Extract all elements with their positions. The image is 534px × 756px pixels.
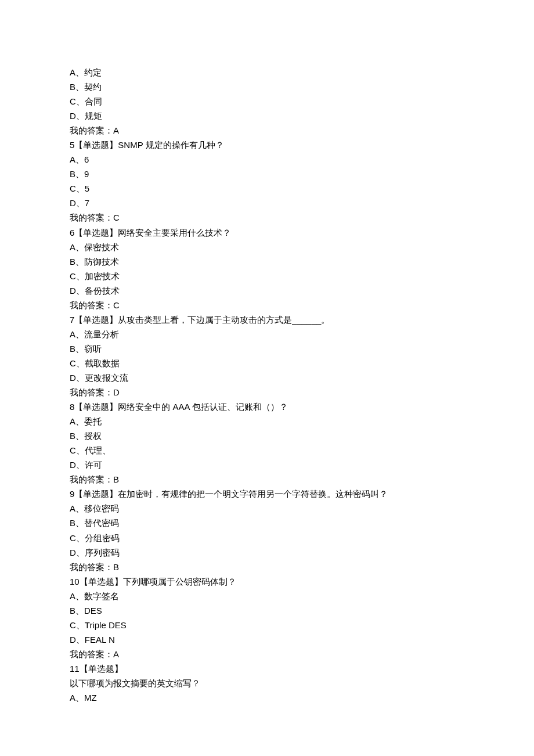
text-line: 6【单选题】网络安全主要采用什么技术？ [70, 225, 464, 240]
text-line: A、保密技术 [70, 240, 464, 254]
text-line: A、数字签名 [70, 589, 464, 603]
text-line: C、分组密码 [70, 531, 464, 545]
text-line: 我的答案：C [70, 298, 464, 312]
text-line: 11【单选题】 [70, 661, 464, 676]
text-line: 5【单选题】SNMP 规定的操作有几种？ [70, 138, 464, 152]
text-line: D、许可 [70, 458, 464, 472]
text-line: D、规矩 [70, 109, 464, 123]
text-line: A、移位密码 [70, 501, 464, 516]
text-line: 以下哪项为报文摘要的英文缩写？ [70, 676, 464, 690]
text-line: B、授权 [70, 429, 464, 443]
text-line: D、备份技术 [70, 283, 464, 298]
text-line: 我的答案：A [70, 123, 464, 138]
text-line: 8【单选题】网络安全中的 AAA 包括认证、记账和（）？ [70, 399, 464, 414]
text-line: D、7 [70, 196, 464, 210]
text-line: D、序列密码 [70, 545, 464, 560]
text-line: A、流量分析 [70, 327, 464, 341]
text-line: D、更改报文流 [70, 370, 464, 385]
text-line: A、委托 [70, 414, 464, 429]
text-line: 我的答案：C [70, 210, 464, 225]
text-line: A、6 [70, 152, 464, 167]
text-line: C、5 [70, 181, 464, 196]
text-line: B、窃听 [70, 341, 464, 356]
text-line: B、防御技术 [70, 254, 464, 269]
text-line: A、约定 [70, 65, 464, 80]
text-line: C、Triple DES [70, 618, 464, 632]
text-line: 我的答案：A [70, 647, 464, 661]
text-line: B、DES [70, 603, 464, 618]
text-line: B、替代密码 [70, 516, 464, 530]
text-line: 9【单选题】在加密时，有规律的把一个明文字符用另一个字符替换。这种密码叫？ [70, 487, 464, 501]
text-line: C、加密技术 [70, 269, 464, 283]
text-line: 10【单选题】下列哪项属于公钥密码体制？ [70, 574, 464, 589]
text-line: D、FEAL N [70, 632, 464, 647]
document-page: A、约定B、契约C、合同D、规矩我的答案：A5【单选题】SNMP 规定的操作有几… [0, 0, 534, 756]
text-line: C、合同 [70, 94, 464, 109]
text-line: C、截取数据 [70, 356, 464, 370]
text-line: B、契约 [70, 80, 464, 94]
text-line: C、代理、 [70, 443, 464, 458]
content-container: A、约定B、契约C、合同D、规矩我的答案：A5【单选题】SNMP 规定的操作有几… [70, 65, 464, 705]
text-line: A、MZ [70, 690, 464, 705]
text-line: B、9 [70, 167, 464, 181]
text-line: 我的答案：D [70, 385, 464, 399]
text-line: 7【单选题】从攻击类型上看，下边属于主动攻击的方式是______。 [70, 312, 464, 327]
text-line: 我的答案：B [70, 560, 464, 574]
text-line: 我的答案：B [70, 472, 464, 487]
